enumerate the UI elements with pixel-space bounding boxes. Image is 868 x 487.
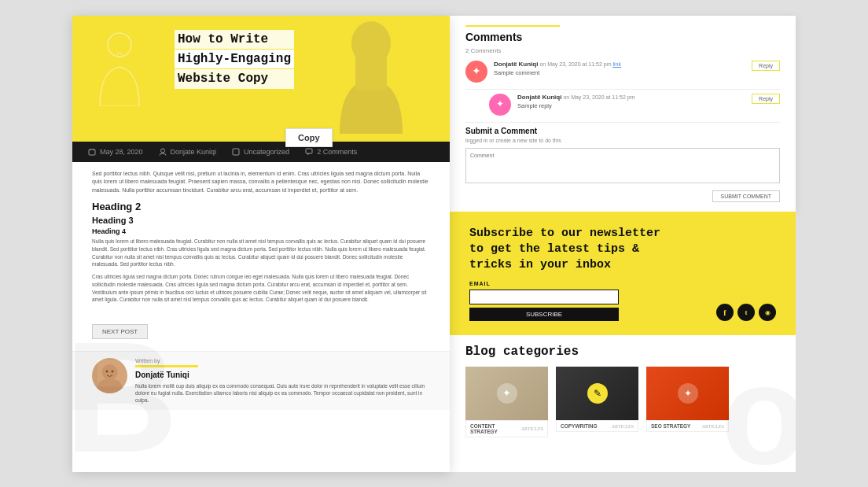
reply-button-2[interactable]: Reply — [752, 94, 780, 104]
svg-point-13 — [112, 371, 114, 373]
star-icon: ✦ — [472, 65, 481, 78]
facebook-icon[interactable]: f — [716, 304, 734, 321]
blog-categories-title: Blog categories — [465, 345, 780, 359]
comment-date-2: on May 23, 2020 at 11:52 pm — [563, 94, 634, 100]
card-footer-content-strategy: Content Strategy ARTICLES — [465, 420, 548, 437]
submit-comment-title: Submit a Comment — [465, 127, 780, 135]
email-label: EMAIL — [469, 281, 619, 286]
submit-comment-button[interactable]: SUBMIT COMMENT — [712, 190, 780, 202]
category-card-seo[interactable]: ✦ SEO Strategy ARTICLES — [646, 367, 729, 437]
social-icons: f t ◉ — [716, 304, 776, 321]
comment-body-2: Donjatë Kuniqi on May 23, 2020 at 11:52 … — [517, 94, 745, 109]
comment-text-1: Sample comment — [494, 69, 745, 76]
comment-avatar-1: ✦ — [465, 61, 487, 83]
blog-categories-section: Blog categories ✦ Content Strategy ARTIC… — [450, 335, 796, 471]
category-card-copywriting[interactable]: ✎ Copywriting ARTICLES — [556, 367, 638, 437]
user-icon — [159, 148, 167, 156]
left-panel: How to Write Highly-Engaging Website Cop… — [72, 16, 450, 472]
comment-author-1: Donjatë Kuniqi — [494, 61, 538, 68]
next-post-button[interactable]: NEXT POST — [92, 324, 148, 339]
author-name: Donjatë Tuniqi — [135, 371, 430, 379]
comment-text-2: Sample reply — [517, 102, 745, 109]
meta-category: Uncategorized — [232, 148, 289, 156]
comment-meta-2: Donjatë Kuniqi on May 23, 2020 at 11:52 … — [517, 94, 745, 101]
newsletter-title: Subscribe to our newsletter to get the l… — [469, 226, 674, 274]
heading-3: Heading 3 — [92, 216, 430, 225]
twitter-icon[interactable]: t — [737, 304, 755, 321]
comment-meta-1: Donjatë Kuniqi on May 23, 2020 at 11:52 … — [494, 61, 745, 68]
meta-date: May 28, 2020 — [88, 148, 143, 156]
instagram-icon[interactable]: ◉ — [759, 304, 776, 321]
comment-item-2: ✦ Donjatë Kuniqi on May 23, 2020 at 11:5… — [489, 94, 780, 116]
comment-link-1: link — [612, 61, 621, 67]
category-card-content-strategy[interactable]: ✦ Content Strategy ARTICLES — [465, 367, 548, 437]
card-icon-content-strategy: ✦ — [497, 383, 517, 404]
login-note: logged in or create a new site to do thi… — [465, 138, 780, 143]
author-written-by: Written by — [135, 358, 430, 363]
card-image-copywriting: ✎ — [556, 367, 638, 420]
comment-author-2: Donjatë Kuniqi — [517, 94, 561, 101]
comments-count: 2 Comments — [465, 47, 780, 54]
author-section: Written by Donjatë Tuniqi Nulla lorem mo… — [72, 351, 450, 410]
author-name-bar — [135, 365, 198, 367]
author-bio: Nulla lorem mollit cup duis aliquip ex e… — [135, 382, 430, 404]
svg-point-10 — [102, 364, 118, 380]
comment-divider — [465, 89, 780, 90]
subscribe-button[interactable]: SUBSCRIBE — [469, 308, 619, 321]
svg-rect-8 — [233, 149, 239, 155]
card-articles-copywriting: ARTICLES — [612, 424, 634, 429]
body-text-1: Nulla quis lorem ut libero malesuada feu… — [92, 238, 430, 268]
category-cards: ✦ Content Strategy ARTICLES ✎ Copywritin… — [465, 367, 780, 437]
body-text-2: Cras ultricies ligula sed magna dictum p… — [92, 273, 430, 304]
author-avatar — [92, 358, 127, 393]
comment-icon — [305, 148, 313, 156]
star-icon-2: ✦ — [496, 98, 504, 110]
comment-avatar-2: ✦ — [489, 94, 511, 116]
comment-body-1: Donjatë Kuniqi on May 23, 2020 at 11:52 … — [494, 61, 745, 76]
hero-outline-figure — [92, 28, 147, 106]
card-image-content-strategy: ✦ — [465, 367, 548, 420]
meta-author: Donjate Kuniqi — [159, 148, 217, 156]
newsletter-form: EMAIL SUBSCRIBE — [469, 281, 619, 321]
tag-icon — [232, 148, 240, 156]
svg-rect-9 — [306, 149, 312, 153]
heading-2: Heading 2 — [92, 201, 430, 212]
card-name-copywriting: Copywriting — [561, 423, 598, 429]
submit-divider — [465, 122, 780, 123]
comments-section: Comments 2 Comments ✦ Donjatë Kuniqi on … — [450, 16, 796, 212]
author-info: Written by Donjatë Tuniqi Nulla lorem mo… — [135, 358, 430, 404]
comment-item-1: ✦ Donjatë Kuniqi on May 23, 2020 at 11:5… — [465, 61, 780, 83]
svg-point-12 — [106, 371, 108, 373]
calendar-icon — [88, 148, 96, 156]
svg-rect-4 — [89, 149, 95, 155]
svg-point-7 — [160, 149, 164, 153]
next-post-area: NEXT POST — [72, 316, 450, 347]
email-input[interactable] — [469, 290, 619, 304]
meta-bar: May 28, 2020 Donjate Kuniqi Uncategorize… — [72, 142, 450, 162]
hero-section: How to Write Highly-Engaging Website Cop… — [72, 16, 450, 142]
meta-comments: 2 Comments — [305, 148, 357, 156]
comments-title: Comments — [465, 31, 780, 43]
hero-title: How to Write Highly-Engaging Website Cop… — [175, 30, 294, 89]
svg-rect-1 — [355, 51, 387, 90]
heading-4: Heading 4 — [92, 227, 430, 235]
hero-bg-figure — [324, 20, 418, 134]
card-name-seo: SEO Strategy — [651, 423, 690, 429]
card-footer-copywriting: Copywriting ARTICLES — [556, 420, 638, 432]
card-name-content-strategy: Content Strategy — [470, 423, 521, 434]
card-articles-seo: ARTICLES — [702, 424, 724, 429]
comment-textarea[interactable] — [465, 148, 780, 183]
reply-button-1[interactable]: Reply — [752, 61, 780, 71]
card-image-seo: ✦ — [646, 367, 729, 420]
card-articles-content-strategy: ARTICLES — [521, 426, 543, 431]
card-footer-seo: SEO Strategy ARTICLES — [646, 420, 729, 432]
card-icon-copywriting: ✎ — [587, 383, 608, 404]
svg-point-11 — [97, 378, 123, 393]
author-avatar-image — [92, 358, 127, 393]
intro-text: Sed porttitor lectus nibh. Quisque velit… — [92, 170, 430, 195]
comment-date-1: on May 23, 2020 at 11:52 pm — [539, 61, 611, 67]
right-panel: Comments 2 Comments ✦ Donjatë Kuniqi on … — [450, 16, 796, 472]
copy-button[interactable]: Copy — [285, 128, 333, 147]
comments-title-line — [465, 25, 560, 27]
card-icon-seo: ✦ — [678, 383, 698, 404]
